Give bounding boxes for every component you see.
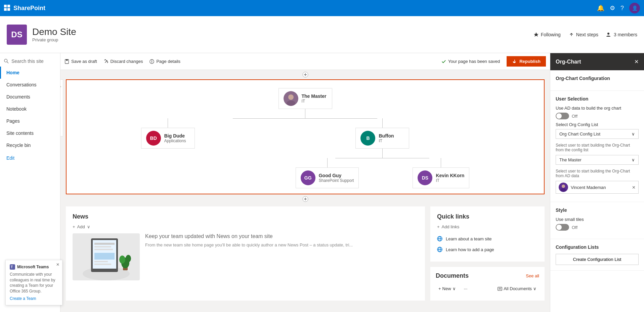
notification-icon[interactable]: 🔔 [597,4,604,12]
app-logo[interactable]: SharePoint [4,5,45,12]
search-box[interactable]: Search this site [0,56,60,67]
right-column: Quick links + Add links Learn about a te… [430,206,545,301]
v-connector-buffon-l2 [382,149,383,158]
panel-close-button[interactable]: ✕ [634,58,639,65]
v-connector-kevin [441,158,441,167]
discard-changes-button[interactable]: Discard changes [104,59,143,64]
svg-rect-29 [94,253,115,260]
create-configuration-list-button[interactable]: Create Configuration List [556,254,639,265]
panel-header: Org-Chart ✕ [550,53,644,70]
ad-toggle-label: Off [572,114,577,119]
v-connector-buffon [382,118,383,128]
edit-webpart-button[interactable]: ✏️ [60,80,63,89]
toast-header: T Microsoft Teams [10,264,58,270]
nav-item-edit[interactable]: Edit [0,151,60,164]
kevin-dept: IT [436,178,464,183]
svg-line-10 [105,60,107,63]
following-button[interactable]: Following [533,32,561,37]
goodguy-info: Good Guy SharePoint Support [319,173,354,183]
quick-link-1[interactable]: Learn how to add a page [437,244,538,255]
site-type: Private group [32,37,76,42]
branch-kevin: DS Kevin KKorn IT [413,158,469,188]
small-tiles-toggle[interactable] [556,224,569,231]
toast-cta-link[interactable]: Create a Team [10,296,36,301]
settings-icon[interactable]: ⚙ [610,4,615,12]
panel-style-section: Style Use small tiles Off [550,202,644,239]
small-tiles-toggle-row: Off [556,224,639,231]
branch-goodguy: GG Good Guy SharePoint Support [296,158,359,188]
all-documents-button[interactable]: All Documents ∨ [495,285,539,292]
h-connector-l1 [233,118,377,119]
drag-webpart-button[interactable]: ⠿ [60,99,63,108]
documents-section: Documents See all + New ∨ ··· [430,267,545,301]
nav-item-conversations[interactable]: Conversations [0,79,60,91]
next-steps-button[interactable]: Next steps [569,32,598,37]
svg-point-18 [288,94,294,100]
quick-link-0[interactable]: Learn about a team site [437,233,538,244]
move-webpart-button[interactable]: ✥ [60,89,63,99]
org-chart-content: The Master IT [66,79,545,194]
user-avatar[interactable]: 👤 [629,3,640,13]
news-add-button[interactable]: + Add ∨ [73,224,418,229]
members-button[interactable]: 3 members [606,32,637,37]
see-all-link[interactable]: See all [526,273,539,278]
documents-title: Documents [436,272,469,279]
quick-links-title: Quick links [437,213,538,220]
add-section-below[interactable] [60,194,550,204]
bottom-sections: News + Add ∨ [66,206,545,301]
duplicate-webpart-button[interactable]: ❐ [60,117,63,127]
bigdude-avatar: BD [146,131,161,146]
save-as-draft-button[interactable]: Save as draft [65,59,97,64]
copy-webpart-button[interactable]: ⧉ [60,108,63,117]
bigdude-info: Big Dude Applications [164,133,186,143]
svg-point-13 [152,60,153,61]
site-header-actions: Following Next steps 3 members [533,32,637,37]
add-section-above[interactable] [60,70,550,79]
nav-item-notebook[interactable]: Notebook [0,103,60,115]
right-panel: Org-Chart ✕ Org-Chart Configuration User… [550,53,644,312]
org-node-bigdude[interactable]: BD Big Dude Applications [141,128,195,149]
branch-bigdude: BD Big Dude Applications [141,118,195,188]
org-node-goodguy[interactable]: GG Good Guy SharePoint Support [296,167,359,188]
svg-point-35 [126,255,131,262]
more-options-button[interactable]: ··· [461,285,470,292]
nav-item-recycle-bin[interactable]: Recycle bin [0,139,60,151]
org-chart-webpart: ✏️ ✥ ⠿ ⧉ ❐ 🗑 [66,79,545,194]
svg-line-7 [7,62,8,63]
news-section: News + Add ∨ [66,206,425,301]
republish-button[interactable]: Republish [507,56,546,67]
svg-rect-28 [94,249,113,250]
level2-wrapper: GG Good Guy SharePoint Support [296,158,470,188]
v-connector-gg [327,158,328,167]
org-node-master[interactable]: The Master IT [278,88,332,109]
content-area: Save as draft Discard changes Page detai… [60,53,550,312]
select-user-dropdown[interactable]: The Master ∨ [556,155,639,165]
master-avatar [284,91,298,106]
news-section-title: News [73,213,418,220]
new-document-button[interactable]: + New ∨ [436,285,459,292]
help-icon[interactable]: ? [620,5,624,12]
org-node-buffon[interactable]: B Buffon IT [355,128,409,149]
site-info: Demo Site Private group [32,27,76,42]
panel-config-title: Org-Chart Configuration [556,76,639,81]
user-tag-close-button[interactable]: ✕ [632,185,636,190]
buffon-dept: IT [379,139,394,143]
org-config-list-dropdown[interactable]: Org Chart Config List ∨ [556,129,639,139]
nav-item-documents[interactable]: Documents [0,91,60,103]
buffon-info: Buffon IT [379,133,394,143]
site-logo: DS [7,25,27,45]
page-details-button[interactable]: Page details [149,59,180,64]
add-links-button[interactable]: + Add links [437,224,538,229]
nav-item-home[interactable]: Home [0,67,60,79]
nav-item-pages[interactable]: Pages [0,115,60,127]
delete-webpart-button[interactable]: 🗑 [60,127,63,136]
nav-item-site-contents[interactable]: Site contents [0,127,60,139]
small-tiles-label: Use small tiles [556,217,639,222]
goodguy-name: Good Guy [319,173,354,178]
org-node-kevin[interactable]: DS Kevin KKorn IT [413,167,469,188]
svg-point-47 [561,188,566,192]
app-name: SharePoint [13,5,45,12]
toast-close-button[interactable]: ✕ [56,262,59,267]
main-layout: Search this site Home Conversations Docu… [0,53,644,312]
ad-toggle[interactable] [556,113,569,119]
